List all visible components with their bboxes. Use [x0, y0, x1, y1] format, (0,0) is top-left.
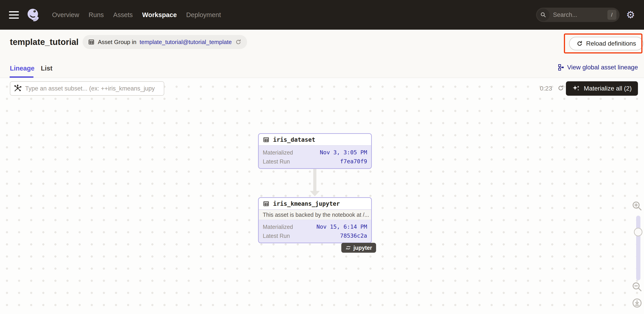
reload-definitions-button[interactable]: Reload definitions [569, 37, 643, 50]
materialize-all-label: Materialize all (2) [584, 85, 632, 92]
asset-node-header: iris_dataset [259, 134, 371, 146]
search-shortcut-key: / [608, 10, 616, 20]
asset-stats: Materialized Nov 15, 6:14 PM Latest Run … [259, 220, 371, 243]
tag-label: jupyter [354, 245, 372, 251]
stat-label: Latest Run [263, 157, 290, 166]
asset-group-badge-prefix: Asset Group in [98, 39, 136, 46]
materialized-timestamp[interactable]: Nov 3, 3:05 PM [320, 148, 367, 157]
asset-group-badge: Asset Group in template_tutorial@tutoria… [82, 35, 247, 49]
table-grid-icon [263, 200, 270, 207]
asset-node-iris-dataset[interactable]: iris_dataset Materialized Nov 3, 3:05 PM… [258, 133, 372, 169]
asset-node-iris-kmeans-jupyter[interactable]: iris_kmeans_jupyter This asset is backed… [258, 197, 372, 243]
lineage-graph-icon [558, 64, 564, 71]
asset-name: iris_dataset [273, 136, 315, 143]
latest-run-link[interactable]: 78536c2a [340, 231, 367, 240]
search-input[interactable]: Search... / [536, 8, 620, 22]
view-global-asset-lineage-link[interactable]: View global asset lineage [558, 64, 638, 71]
jupyter-icon [345, 245, 351, 251]
download-icon[interactable] [632, 298, 642, 308]
primary-nav: Overview Runs Assets Workspace Deploymen… [52, 11, 221, 19]
tab-list[interactable]: List [41, 65, 52, 72]
asset-subset-input[interactable] [10, 81, 164, 96]
menu-hamburger-icon[interactable] [9, 11, 19, 19]
lineage-edge-arrowhead [310, 191, 320, 196]
nav-item-overview[interactable]: Overview [52, 11, 79, 19]
refresh-icon[interactable] [235, 39, 242, 45]
asset-group-link[interactable]: template_tutorial@tutorial_template [140, 39, 232, 46]
asset-subset-filter [10, 81, 164, 96]
zoom-out-icon[interactable] [632, 281, 643, 292]
stat-label: Latest Run [263, 231, 290, 240]
stat-label: Materialized [263, 148, 293, 157]
search-icon [537, 9, 550, 21]
nav-item-runs[interactable]: Runs [89, 11, 104, 19]
zoom-slider-thumb[interactable] [634, 228, 642, 236]
nav-item-workspace[interactable]: Workspace [142, 11, 177, 19]
sparkle-icon [572, 85, 580, 93]
asset-name: iris_kmeans_jupyter [273, 200, 340, 207]
materialized-timestamp[interactable]: Nov 15, 6:14 PM [316, 222, 367, 231]
search-placeholder: Search... [553, 12, 577, 19]
zoom-in-icon[interactable] [632, 200, 643, 212]
table-grid-icon [88, 39, 95, 45]
asset-stats: Materialized Nov 3, 3:05 PM Latest Run f… [259, 146, 371, 168]
table-grid-icon [263, 136, 270, 143]
nav-item-deployment[interactable]: Deployment [186, 11, 221, 19]
nav-item-assets[interactable]: Assets [113, 11, 133, 19]
lineage-canvas[interactable] [0, 78, 644, 314]
asset-node-header: iris_kmeans_jupyter [259, 198, 371, 210]
asset-description: This asset is backed by the notebook at … [259, 210, 371, 220]
latest-run-link[interactable]: f7ea70f9 [340, 157, 367, 166]
reload-icon [576, 40, 583, 47]
view-global-asset-lineage-label: View global asset lineage [567, 64, 638, 71]
reload-definitions-label: Reload definitions [586, 40, 636, 47]
settings-gear-icon[interactable]: ⚙ [626, 10, 635, 20]
refresh-icon[interactable] [557, 85, 564, 92]
dagster-logo-icon[interactable] [26, 8, 40, 22]
page-title: template_tutorial [10, 37, 78, 47]
lineage-edge [313, 168, 316, 191]
compute-kind-tag-jupyter[interactable]: jupyter [341, 243, 376, 253]
stat-label: Materialized [263, 222, 293, 231]
top-nav-bar: Overview Runs Assets Workspace Deploymen… [0, 0, 644, 30]
refresh-countdown: 0:23 [540, 85, 552, 92]
zoom-slider[interactable] [636, 216, 640, 280]
materialize-all-button[interactable]: Materialize all (2) [566, 81, 638, 96]
tab-lineage[interactable]: Lineage [10, 65, 34, 72]
